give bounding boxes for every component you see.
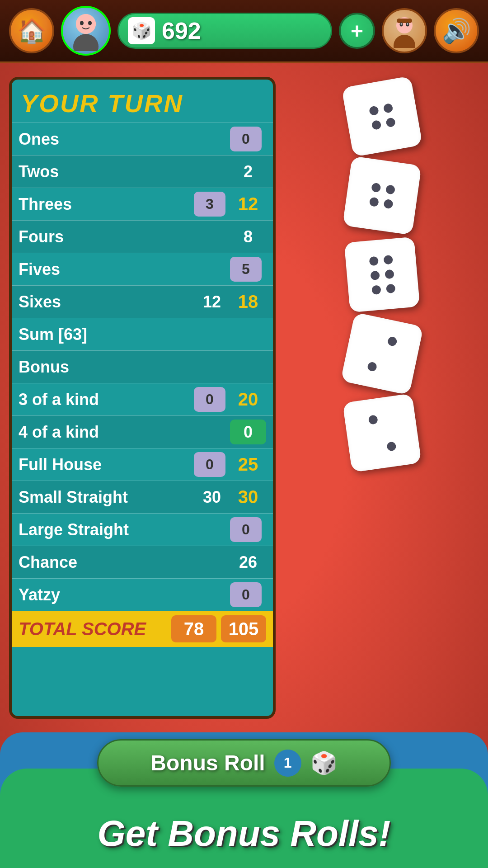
row-badge-2[interactable]: 3: [194, 192, 225, 217]
total-value-player2: 105: [221, 615, 266, 642]
total-value-player1: 78: [171, 615, 216, 642]
score-row-14[interactable]: Yatzy0: [12, 578, 273, 611]
row-label-11: Small Straight: [19, 488, 194, 507]
bonus-count-badge: 1: [274, 750, 301, 777]
die-1[interactable]: [341, 76, 422, 157]
row-value-9: 0: [230, 420, 266, 444]
score-row-4[interactable]: Fives5: [12, 253, 273, 285]
row-value-10: 25: [230, 454, 266, 475]
score-row-10[interactable]: Full House025: [12, 448, 273, 481]
score-row-11[interactable]: Small Straight3030: [12, 481, 273, 513]
dice-column: [285, 77, 479, 719]
die-2[interactable]: [342, 156, 421, 235]
player1-avatar[interactable]: [61, 6, 111, 56]
row-label-12: Large Straight: [19, 520, 230, 539]
row-badge-0[interactable]: 0: [230, 127, 262, 151]
row-badge-8[interactable]: 0: [194, 387, 225, 412]
sound-button[interactable]: 🔊: [434, 8, 479, 53]
row-badge-14[interactable]: 0: [230, 582, 262, 607]
your-turn-label: YOUR TURN: [21, 89, 264, 118]
row-value-3: 8: [230, 227, 266, 246]
svg-point-6: [394, 35, 415, 48]
score-row-12[interactable]: Large Straight0: [12, 513, 273, 546]
score-row-1[interactable]: Twos2: [12, 155, 273, 188]
score-value: 692: [162, 17, 201, 44]
row-badge-12[interactable]: 0: [230, 517, 262, 542]
top-bar: 🏠 🎲 692 + 🔊: [0, 0, 488, 63]
row-label-9: 4 of a kind: [19, 423, 230, 442]
die-5[interactable]: [342, 393, 421, 472]
row-value-11: 30: [194, 488, 230, 507]
bonus-roll-text: Bonus Roll: [150, 750, 265, 775]
row-label-8: 3 of a kind: [19, 390, 194, 409]
svg-rect-7: [397, 19, 412, 23]
svg-point-11: [407, 23, 408, 24]
row-label-6: Sum [63]: [19, 325, 266, 344]
row-badge-10[interactable]: 0: [194, 452, 225, 477]
score-bar: 🎲 692: [117, 13, 332, 49]
score-row-2[interactable]: Threes312: [12, 188, 273, 220]
total-label: TOTAL SCORE: [19, 619, 171, 639]
scorecard: YOUR TURN Ones0Twos2Threes312Fours8Fives…: [9, 77, 276, 719]
row-value-13: 26: [230, 553, 266, 572]
row-label-4: Fives: [19, 260, 230, 279]
score-rows-container: Ones0Twos2Threes312Fours8Fives5Sixes1218…: [12, 123, 273, 611]
row-label-10: Full House: [19, 455, 194, 474]
row-value-8: 20: [230, 389, 266, 410]
player2-avatar[interactable]: [382, 8, 427, 53]
score-row-8[interactable]: 3 of a kind020: [12, 383, 273, 415]
row-label-1: Twos: [19, 162, 230, 181]
row-extra-11: 30: [230, 487, 266, 507]
score-row-3[interactable]: Fours8: [12, 220, 273, 253]
bonus-roll-button[interactable]: Bonus Roll 1 🎲: [97, 739, 391, 787]
score-row-0[interactable]: Ones0: [12, 123, 273, 155]
bottom-area: Bonus Roll 1 🎲 Get Bonus Rolls!: [0, 732, 488, 868]
svg-point-3: [80, 21, 84, 25]
score-row-6[interactable]: Sum [63]: [12, 318, 273, 350]
row-label-3: Fours: [19, 227, 230, 246]
score-row-5[interactable]: Sixes1218: [12, 285, 273, 318]
total-row: TOTAL SCORE 78 105: [12, 611, 273, 647]
scorecard-header: YOUR TURN: [12, 80, 273, 123]
dice-icon: 🎲: [128, 17, 155, 44]
add-score-button[interactable]: +: [339, 13, 375, 49]
score-row-9[interactable]: 4 of a kind0: [12, 415, 273, 448]
row-value-2: 12: [230, 194, 266, 214]
row-value-5: 12: [194, 292, 230, 311]
row-label-0: Ones: [19, 130, 230, 149]
row-value-1: 2: [230, 162, 266, 181]
score-row-13[interactable]: Chance26: [12, 546, 273, 578]
row-label-14: Yatzy: [19, 585, 230, 604]
promo-text: Get Bonus Rolls!: [98, 813, 391, 854]
bonus-dice-icon: 🎲: [310, 750, 338, 776]
row-label-7: Bonus: [19, 358, 266, 377]
home-button[interactable]: 🏠: [9, 8, 54, 53]
score-row-7[interactable]: Bonus: [12, 350, 273, 383]
die-3[interactable]: [344, 237, 420, 313]
row-label-5: Sixes: [19, 292, 194, 311]
svg-point-1: [73, 34, 99, 51]
row-label-13: Chance: [19, 553, 230, 572]
svg-point-10: [400, 23, 402, 24]
row-extra-5: 18: [230, 292, 266, 312]
die-4[interactable]: [340, 312, 423, 396]
row-badge-4[interactable]: 5: [230, 257, 262, 282]
svg-point-4: [88, 21, 92, 25]
svg-point-2: [76, 14, 96, 34]
main-content: YOUR TURN Ones0Twos2Threes312Fours8Fives…: [0, 63, 488, 732]
row-label-2: Threes: [19, 195, 194, 214]
